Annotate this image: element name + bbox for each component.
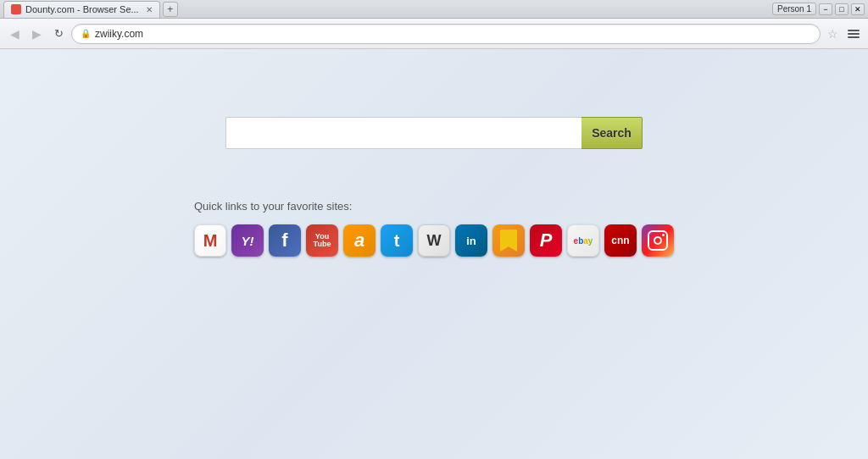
close-button[interactable]: ✕ [851, 3, 865, 15]
browser-tab[interactable]: Dounty.com - Browser Se... ✕ [3, 1, 160, 18]
site-icon-facebook[interactable]: f [269, 224, 301, 257]
quick-links-label: Quick links to your favorite sites: [194, 200, 674, 213]
title-bar: Dounty.com - Browser Se... ✕ + Person 1 … [0, 0, 868, 19]
address-bar[interactable]: 🔒 zwiiky.com [71, 24, 821, 44]
menu-line-2 [848, 33, 860, 35]
site-icon-cnn[interactable]: cnn [604, 224, 637, 257]
site-icon-ebay[interactable]: ebay [567, 224, 599, 257]
menu-line-3 [848, 36, 860, 38]
new-tab-button[interactable]: + [163, 2, 178, 17]
back-button[interactable]: ◀ [5, 25, 24, 43]
search-input[interactable] [225, 117, 581, 149]
bookmark-star-button[interactable]: ☆ [824, 25, 841, 42]
title-bar-left: Dounty.com - Browser Se... ✕ + [3, 1, 178, 18]
site-icon-bookmark[interactable] [492, 224, 525, 257]
site-icon-twitter[interactable]: t [381, 224, 413, 257]
refresh-button[interactable]: ↻ [49, 25, 68, 43]
site-icon-amazon[interactable]: a [343, 224, 376, 257]
quick-links-section: Quick links to your favorite sites: M Y!… [194, 200, 674, 257]
site-icon-gmail[interactable]: M [194, 224, 226, 257]
quick-links-row: M Y! f You Tube a t [194, 224, 674, 257]
tab-title: Dounty.com - Browser Se... [25, 4, 139, 14]
title-bar-right: Person 1 − □ ✕ [772, 3, 865, 15]
forward-button[interactable]: ▶ [27, 25, 46, 43]
tab-close-button[interactable]: ✕ [146, 5, 153, 14]
page-content: Search Quick links to your favorite site… [0, 49, 868, 459]
site-icon-linkedin[interactable]: in [455, 224, 487, 257]
tab-favicon [11, 4, 21, 14]
navigation-bar: ◀ ▶ ↻ 🔒 zwiiky.com ☆ [0, 19, 868, 49]
menu-line-1 [848, 30, 860, 31]
address-text: zwiiky.com [95, 28, 143, 40]
maximize-button[interactable]: □ [835, 3, 849, 15]
site-icon-yahoo[interactable]: Y! [231, 224, 264, 257]
site-icon-pinterest[interactable]: P [530, 224, 562, 257]
site-icon-youtube[interactable]: You Tube [306, 224, 338, 257]
address-lock-icon: 🔒 [81, 29, 91, 38]
site-icon-wikipedia[interactable]: W [418, 224, 450, 257]
site-icon-instagram[interactable] [642, 224, 674, 257]
search-button[interactable]: Search [581, 117, 643, 149]
search-area: Search [225, 117, 643, 149]
person-badge: Person 1 [772, 3, 816, 15]
chrome-menu-button[interactable] [844, 25, 863, 43]
minimize-button[interactable]: − [819, 3, 832, 15]
